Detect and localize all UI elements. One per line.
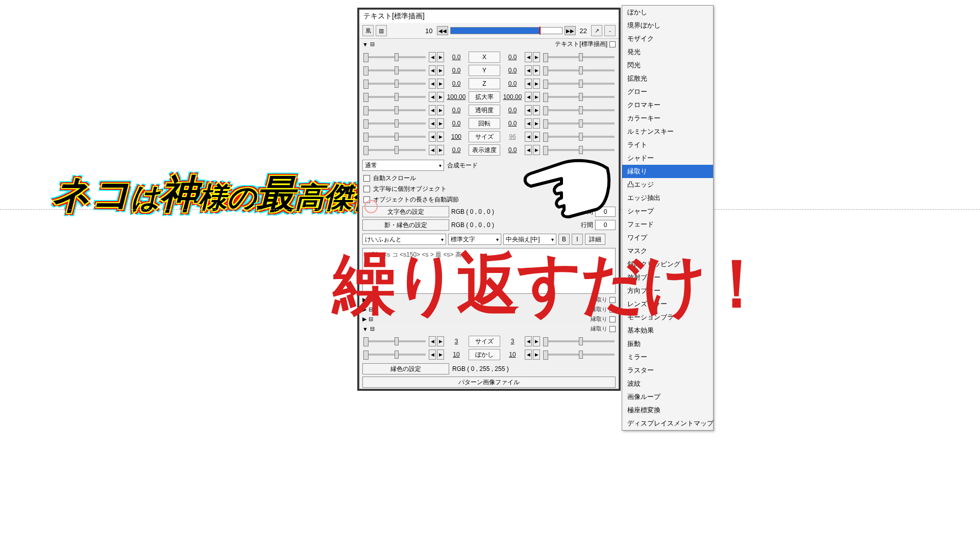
spin-right-up[interactable]: ▶ xyxy=(533,92,540,102)
shadow-color-button[interactable]: 影・縁色の設定 xyxy=(362,219,449,231)
effect-menu-item[interactable]: 閃光 xyxy=(622,59,713,72)
spin-left-up[interactable]: ▶ xyxy=(437,132,444,142)
spin-right-down[interactable]: ◀ xyxy=(525,79,532,89)
param-label-button[interactable]: 表示速度 xyxy=(469,144,500,156)
effect-menu-item[interactable]: カラーキー xyxy=(622,112,713,125)
param-slider-right[interactable] xyxy=(543,96,615,98)
blend-mode-select[interactable]: 通常 xyxy=(362,160,444,171)
param-slider-right[interactable] xyxy=(543,69,615,71)
spin-right-up[interactable]: ▶ xyxy=(533,52,540,62)
param-label-button[interactable]: Z xyxy=(469,78,500,89)
collapse-toggle[interactable]: ▼ xyxy=(362,41,370,47)
param-value-left[interactable]: 100.00 xyxy=(445,93,468,101)
spin-right-down[interactable]: ◀ xyxy=(525,349,532,360)
param-slider-right[interactable] xyxy=(543,354,615,356)
effect-menu-item[interactable]: 発光 xyxy=(622,45,713,59)
param-slider-left[interactable] xyxy=(363,136,426,138)
param-label-button[interactable]: 拡大率 xyxy=(469,91,500,103)
effect-menu-item[interactable]: フェード xyxy=(622,218,713,231)
param-value-left[interactable]: 3 xyxy=(445,338,468,345)
spin-left-down[interactable]: ◀ xyxy=(429,145,436,155)
param-label-button[interactable]: 回転 xyxy=(469,118,500,129)
param-slider-left[interactable] xyxy=(363,96,426,98)
param-value-right[interactable]: 0.0 xyxy=(501,120,524,127)
spin-right-down[interactable]: ◀ xyxy=(525,118,532,129)
effect-menu-item[interactable]: ライト xyxy=(622,138,713,152)
param-value-right[interactable]: 100.00 xyxy=(501,93,524,101)
spin-left-up[interactable]: ▶ xyxy=(437,145,444,155)
spin-right-up[interactable]: ▶ xyxy=(533,105,540,115)
spin-left-down[interactable]: ◀ xyxy=(429,65,436,76)
param-label-button[interactable]: Y xyxy=(469,65,500,76)
spin-left-up[interactable]: ▶ xyxy=(437,118,444,129)
spin-right-up[interactable]: ▶ xyxy=(533,118,540,129)
param-value-right[interactable]: 96 xyxy=(501,133,524,140)
seek-prev-button[interactable]: ◀◀ xyxy=(437,26,448,35)
param-value-left[interactable]: 0.0 xyxy=(445,80,468,87)
perchar-checkbox[interactable] xyxy=(363,186,370,192)
param-value-right[interactable]: 0.0 xyxy=(501,146,524,154)
param-label-button[interactable]: 透明度 xyxy=(469,105,500,116)
spin-left-down[interactable]: ◀ xyxy=(429,118,436,129)
spin-right-up[interactable]: ▶ xyxy=(533,65,540,76)
spin-left-up[interactable]: ▶ xyxy=(437,349,444,360)
effect-menu-item[interactable]: 波紋 xyxy=(622,377,713,390)
effect-menu-item[interactable]: ディスプレイスメントマップ xyxy=(622,417,713,430)
section-enable-checkbox[interactable] xyxy=(609,41,616,47)
param-value-right[interactable]: 10 xyxy=(501,351,524,358)
spin-left-up[interactable]: ▶ xyxy=(437,79,444,89)
spin-left-down[interactable]: ◀ xyxy=(429,79,436,89)
spin-right-down[interactable]: ◀ xyxy=(525,92,532,102)
param-slider-right[interactable] xyxy=(543,340,615,342)
spin-left-up[interactable]: ▶ xyxy=(437,52,444,62)
spin-left-down[interactable]: ◀ xyxy=(429,52,436,62)
spin-left-up[interactable]: ▶ xyxy=(437,65,444,76)
spin-right-down[interactable]: ◀ xyxy=(525,336,532,346)
spin-right-down[interactable]: ◀ xyxy=(525,52,532,62)
spin-right-up[interactable]: ▶ xyxy=(533,336,540,346)
spin-right-up[interactable]: ▶ xyxy=(533,349,540,360)
toolbar-icon-1[interactable]: 凰 xyxy=(362,25,374,36)
toolbar-icon-3[interactable]: ↗ xyxy=(591,25,602,36)
param-slider-left[interactable] xyxy=(363,83,426,85)
spin-right-up[interactable]: ▶ xyxy=(533,132,540,142)
line-spacing-input[interactable]: 0 xyxy=(595,220,616,230)
param-slider-left[interactable] xyxy=(363,109,426,111)
spin-left-down[interactable]: ◀ xyxy=(429,105,436,115)
spin-left-down[interactable]: ◀ xyxy=(429,336,436,346)
effect-menu-item[interactable]: クロマキー xyxy=(622,98,713,112)
effect-menu-item[interactable]: シャドー xyxy=(622,152,713,165)
param-value-left[interactable]: 0.0 xyxy=(445,107,468,114)
param-slider-left[interactable] xyxy=(363,56,426,58)
effect-menu-item[interactable]: 画像ループ xyxy=(622,390,713,404)
effect-menu-item[interactable]: ラスター xyxy=(622,364,713,377)
param-slider-left[interactable] xyxy=(363,354,426,356)
param-slider-right[interactable] xyxy=(543,149,615,151)
spin-right-down[interactable]: ◀ xyxy=(525,132,532,142)
pattern-file-button[interactable]: パターン画像ファイル xyxy=(362,377,616,388)
param-label-button[interactable]: サイズ xyxy=(469,336,500,347)
effect-menu-item[interactable]: モザイク xyxy=(622,32,713,45)
param-value-left[interactable]: 10 xyxy=(445,351,468,358)
param-value-right[interactable]: 0.0 xyxy=(501,107,524,114)
param-value-left[interactable]: 0.0 xyxy=(445,54,468,61)
param-slider-left[interactable] xyxy=(363,69,426,71)
toolbar-icon-4[interactable]: - xyxy=(604,25,616,36)
effect-menu-item[interactable]: 境界ぼかし xyxy=(622,19,713,32)
param-slider-right[interactable] xyxy=(543,83,615,85)
param-slider-right[interactable] xyxy=(543,136,615,138)
spin-left-up[interactable]: ▶ xyxy=(437,336,444,346)
effect-menu-item[interactable]: ミラー xyxy=(622,350,713,364)
effect-menu-item[interactable]: ぼかし xyxy=(622,6,713,19)
param-label-button[interactable]: サイズ xyxy=(469,131,500,142)
lock-icon[interactable]: ⊟ xyxy=(370,41,377,47)
spin-left-up[interactable]: ▶ xyxy=(437,105,444,115)
param-slider-right[interactable] xyxy=(543,122,615,124)
spin-left-down[interactable]: ◀ xyxy=(429,132,436,142)
param-slider-left[interactable] xyxy=(363,122,426,124)
effect-menu-item[interactable]: シャープ xyxy=(622,205,713,218)
spin-left-down[interactable]: ◀ xyxy=(429,349,436,360)
spin-right-down[interactable]: ◀ xyxy=(525,105,532,115)
effect-menu-item[interactable]: 拡散光 xyxy=(622,72,713,85)
param-slider-left[interactable] xyxy=(363,149,426,151)
